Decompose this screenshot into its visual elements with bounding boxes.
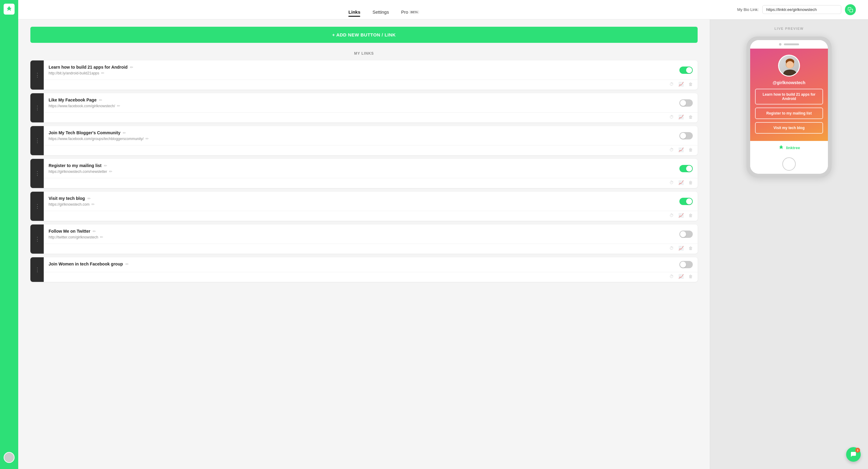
profile-link-btn-2[interactable]: Register to my mailing list	[755, 107, 823, 119]
chat-badge: 1	[855, 448, 860, 452]
stats-icon[interactable]: 📈	[679, 147, 684, 152]
logo-icon	[5, 5, 13, 13]
drag-handle[interactable]: ⋮	[30, 126, 44, 155]
delete-icon[interactable]: 🗑	[688, 246, 693, 251]
edit-title-icon[interactable]: ✏	[104, 163, 107, 168]
edit-url-icon[interactable]: ✏	[117, 103, 120, 108]
link-url-row: http://bit.ly/android-build21apps ✏	[49, 71, 670, 75]
link-item-top: Visit my tech blog ✏ https://girlknowste…	[44, 192, 698, 211]
svg-point-4	[783, 69, 797, 76]
drag-handle[interactable]: ⋮	[30, 159, 44, 188]
link-title: Learn how to build 21 apps for Android	[49, 65, 128, 69]
edit-url-icon[interactable]: ✏	[146, 136, 149, 141]
bio-link-section: My Bio Link:	[737, 4, 856, 15]
delete-icon[interactable]: 🗑	[688, 82, 693, 87]
schedule-icon[interactable]: ⏱	[670, 180, 674, 185]
link-item-inner: Learn how to build 21 apps for Android ✏…	[44, 60, 698, 90]
link-toggle[interactable]	[679, 230, 693, 238]
drag-handle[interactable]: ⋮	[30, 192, 44, 221]
link-url-row: http://twitter.com/girlknowstech ✏	[49, 235, 670, 239]
drag-handle[interactable]: ⋮	[30, 60, 44, 90]
link-toggle[interactable]	[679, 165, 693, 172]
drag-dots-icon: ⋮	[35, 104, 39, 111]
link-item: ⋮ Register to my mailing list ✏ https://…	[30, 159, 698, 188]
link-item-inner: Join My Tech Blogger's Community ✏ https…	[44, 126, 698, 155]
chat-bubble-button[interactable]: 1	[846, 447, 861, 462]
schedule-icon[interactable]: ⏱	[670, 274, 674, 279]
link-toggle[interactable]	[679, 66, 693, 74]
link-toggle[interactable]	[679, 99, 693, 106]
delete-icon[interactable]: 🗑	[688, 274, 693, 279]
linktree-logo: linktree	[778, 145, 800, 151]
linktree-brand-icon	[778, 145, 784, 151]
link-item-body: Join Women in tech Facebook group ✏	[44, 257, 675, 272]
delete-icon[interactable]: 🗑	[688, 147, 693, 152]
delete-icon[interactable]: 🗑	[688, 213, 693, 218]
add-link-button[interactable]: + ADD NEW BUTTON / LINK	[30, 27, 698, 43]
stats-icon[interactable]: 📈	[679, 246, 684, 251]
edit-title-icon[interactable]: ✏	[125, 262, 129, 267]
link-title: Register to my mailing list	[49, 163, 101, 168]
tab-settings[interactable]: Settings	[372, 3, 389, 17]
stats-icon[interactable]: 📈	[679, 180, 684, 185]
delete-icon[interactable]: 🗑	[688, 180, 693, 185]
drag-handle[interactable]: ⋮	[30, 224, 44, 254]
profile-avatar-image	[779, 56, 799, 75]
drag-dots-icon: ⋮	[35, 137, 39, 144]
copy-icon	[848, 7, 853, 12]
profile-link-btn-1[interactable]: Learn how to build 21 apps for Android	[755, 89, 823, 104]
schedule-icon[interactable]: ⏱	[670, 213, 674, 218]
link-toggle[interactable]	[679, 198, 693, 205]
delete-icon[interactable]: 🗑	[688, 115, 693, 119]
edit-title-icon[interactable]: ✏	[93, 229, 96, 233]
sidebar-avatar[interactable]	[4, 452, 14, 463]
tab-links[interactable]: Links	[348, 3, 360, 17]
link-item-body: Register to my mailing list ✏ https://gi…	[44, 159, 675, 178]
link-item-body: Visit my tech blog ✏ https://girlknowste…	[44, 192, 675, 211]
edit-title-icon[interactable]: ✏	[99, 98, 102, 102]
stats-icon[interactable]: 📈	[679, 274, 684, 279]
edit-title-icon[interactable]: ✏	[123, 131, 126, 135]
link-title: Join Women in tech Facebook group	[49, 261, 123, 267]
link-title-row: Visit my tech blog ✏	[49, 196, 670, 201]
drag-handle[interactable]: ⋮	[30, 257, 44, 282]
edit-title-icon[interactable]: ✏	[130, 65, 133, 69]
drag-handle[interactable]: ⋮	[30, 93, 44, 122]
profile-link-btn-3[interactable]: Visit my tech blog	[755, 122, 823, 134]
stats-icon[interactable]: 📈	[679, 115, 684, 119]
schedule-icon[interactable]: ⏱	[670, 115, 674, 119]
bio-link-input[interactable]	[762, 5, 841, 14]
schedule-icon[interactable]: ⏱	[670, 147, 674, 152]
tab-pro[interactable]: Pro BETA	[401, 3, 419, 17]
phone-inner: @girlknowstech Learn how to build 21 app…	[750, 40, 828, 174]
sidebar	[0, 0, 18, 469]
link-item-body: Join My Tech Blogger's Community ✏ https…	[44, 126, 675, 145]
right-panel: LIVE PREVIEW	[710, 20, 868, 469]
link-item-footer: ⏱ 📈 🗑	[44, 80, 698, 90]
phone-home-bar	[750, 154, 828, 174]
edit-url-icon[interactable]: ✏	[91, 202, 95, 207]
link-url: https://girlknowstech.com	[49, 202, 90, 207]
edit-url-icon[interactable]: ✏	[109, 169, 112, 174]
schedule-icon[interactable]: ⏱	[670, 82, 674, 87]
bio-link-copy-button[interactable]	[845, 4, 856, 15]
link-item-actions	[675, 261, 698, 268]
panels: + ADD NEW BUTTON / LINK MY LINKS ⋮ Learn…	[18, 20, 868, 469]
link-item: ⋮ Visit my tech blog ✏ https://girlknows…	[30, 192, 698, 221]
edit-url-icon[interactable]: ✏	[100, 235, 103, 239]
edit-url-icon[interactable]: ✏	[101, 71, 104, 75]
home-button[interactable]	[782, 157, 796, 171]
schedule-icon[interactable]: ⏱	[670, 246, 674, 251]
link-item-inner: Follow Me on Twitter ✏ http://twitter.co…	[44, 224, 698, 254]
link-toggle[interactable]	[679, 261, 693, 268]
link-item-body: Like My Facebook Page ✏ https://www.face…	[44, 93, 675, 113]
link-item-body: Learn how to build 21 apps for Android ✏…	[44, 60, 675, 80]
top-nav: Links Settings Pro BETA My Bio Link:	[18, 0, 868, 20]
link-toggle[interactable]	[679, 132, 693, 139]
live-preview-label: LIVE PREVIEW	[774, 27, 804, 30]
my-links-label: MY LINKS	[30, 51, 698, 56]
stats-icon[interactable]: 📈	[679, 213, 684, 218]
sidebar-logo[interactable]	[4, 4, 14, 14]
edit-title-icon[interactable]: ✏	[88, 196, 91, 201]
stats-icon[interactable]: 📈	[679, 82, 684, 87]
